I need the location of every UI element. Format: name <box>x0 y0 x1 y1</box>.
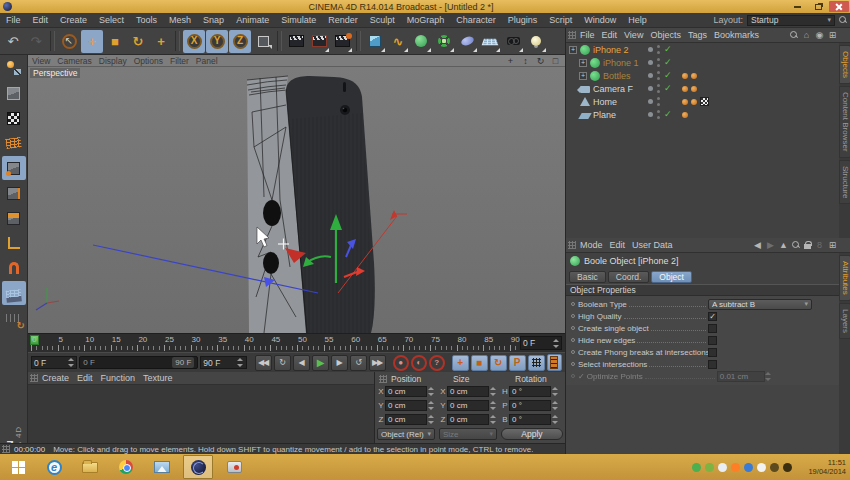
menu-simulate[interactable]: Simulate <box>275 15 322 25</box>
side-tab-layers[interactable]: Layers <box>839 303 850 339</box>
tag-icon[interactable] <box>691 73 697 79</box>
last-tool-button[interactable]: + <box>150 30 172 53</box>
add-environment-button[interactable] <box>479 30 501 53</box>
lock-icon[interactable] <box>804 241 811 249</box>
toggle-views-icon[interactable]: □ <box>550 56 561 66</box>
key-rotation-button[interactable]: ↻ <box>490 355 507 371</box>
material-menu-texture[interactable]: Texture <box>143 373 181 383</box>
key-position-button[interactable]: + <box>452 355 469 371</box>
property-checkbox[interactable] <box>708 336 717 345</box>
object-menu-tags[interactable]: Tags <box>688 30 714 40</box>
anim-dot-icon[interactable] <box>571 338 575 342</box>
screenshot-tool-icon[interactable] <box>219 455 249 479</box>
timeline-window-button[interactable] <box>547 354 562 371</box>
layer-color-dot[interactable] <box>648 73 653 78</box>
visibility-toggles-icon[interactable] <box>657 45 660 54</box>
anim-dot-icon[interactable] <box>571 374 575 378</box>
property-dropdown[interactable]: A subtract B▾ <box>708 299 812 310</box>
layer-color-dot[interactable] <box>648 60 653 65</box>
menu-render[interactable]: Render <box>322 15 364 25</box>
search-icon[interactable] <box>792 241 800 249</box>
workplane-mode-button[interactable] <box>2 131 26 155</box>
sync-icon[interactable] <box>705 463 714 472</box>
object-menu-objects[interactable]: Objects <box>650 30 688 40</box>
coord-field[interactable]: 0 cm <box>447 400 489 411</box>
menu-window[interactable]: Window <box>578 15 622 25</box>
coord-field[interactable]: 0 cm <box>385 386 427 397</box>
eye-icon[interactable]: ◉ <box>815 30 824 40</box>
frame-range-slider[interactable]: 0 F 90 F <box>79 356 198 369</box>
scale-tool-button[interactable]: ■ <box>104 30 126 53</box>
tag-icon[interactable] <box>691 99 697 105</box>
texture-mode-button[interactable] <box>2 106 26 130</box>
search-icon[interactable] <box>839 16 847 24</box>
goto-end-button[interactable]: ▶▶ <box>369 355 386 371</box>
stepper-icon[interactable] <box>427 401 434 410</box>
object-menu-bookmarks[interactable]: Bookmarks <box>714 30 766 40</box>
rotate-view-icon[interactable]: ↻ <box>535 56 546 66</box>
viewport-menu-panel[interactable]: Panel <box>196 56 225 66</box>
property-checkbox[interactable] <box>708 324 717 333</box>
goto-start-button[interactable]: ◀◀ <box>255 355 272 371</box>
key-parameter-button[interactable]: P <box>509 355 526 371</box>
tab-basic[interactable]: Basic <box>569 271 606 283</box>
stepper-icon[interactable] <box>551 415 558 424</box>
file-explorer-icon[interactable] <box>75 455 105 479</box>
add-panel-icon[interactable]: ⊞ <box>828 30 837 40</box>
stepper-icon[interactable] <box>551 387 558 396</box>
menu-sculpt[interactable]: Sculpt <box>364 15 401 25</box>
side-tab-structure[interactable]: Structure <box>839 160 850 204</box>
side-tab-content-browser[interactable]: Content Browser <box>839 86 850 158</box>
stepper-icon[interactable] <box>67 358 74 367</box>
drag-handle-icon[interactable] <box>30 374 38 382</box>
add-deformer-button[interactable] <box>456 30 478 53</box>
anim-dot-icon[interactable] <box>571 350 575 354</box>
attribute-menu-user-data[interactable]: User Data <box>632 240 680 250</box>
zoom-view-icon[interactable]: ↕ <box>520 56 531 66</box>
redo-button[interactable]: ↷ <box>25 30 47 53</box>
material-menu-edit[interactable]: Edit <box>77 373 101 383</box>
menu-plugins[interactable]: Plugins <box>502 15 544 25</box>
polygons-mode-button[interactable] <box>2 206 26 230</box>
visibility-toggles-icon[interactable] <box>657 58 660 67</box>
network-globe-icon[interactable] <box>744 463 753 472</box>
drag-handle-icon[interactable] <box>379 375 387 383</box>
lock-y-axis-button[interactable]: Y <box>206 30 228 53</box>
attribute-menu-mode[interactable]: Mode <box>580 240 610 250</box>
enable-check-icon[interactable]: ✓ <box>664 58 673 67</box>
snap-button[interactable] <box>2 256 26 280</box>
stepper-icon[interactable] <box>765 372 772 381</box>
menu-animate[interactable]: Animate <box>230 15 275 25</box>
object-row-bottles[interactable]: +Bottles✓ <box>566 69 850 82</box>
layout-select[interactable]: Startup ▾ <box>747 15 835 26</box>
plane-rotate-button[interactable] <box>2 306 26 330</box>
viewport-menu-display[interactable]: Display <box>99 56 134 66</box>
cinema4d-taskbar-icon[interactable] <box>183 455 213 479</box>
anim-dot-icon[interactable] <box>571 362 575 366</box>
internet-explorer-icon[interactable]: e <box>39 455 69 479</box>
antivirus-icon[interactable] <box>731 463 740 472</box>
lock-z-axis-button[interactable]: Z <box>229 30 251 53</box>
visibility-toggles-icon[interactable] <box>657 71 660 80</box>
layer-color-dot[interactable] <box>648 47 653 52</box>
photo-viewer-icon[interactable] <box>147 455 177 479</box>
viewport-menu-options[interactable]: Options <box>134 56 170 66</box>
stepper-icon[interactable] <box>552 339 559 348</box>
viewport[interactable]: Perspective <box>28 67 565 333</box>
render-view-button[interactable] <box>285 30 307 53</box>
menu-select[interactable]: Select <box>93 15 130 25</box>
stepper-icon[interactable] <box>551 401 558 410</box>
start-frame-field[interactable]: 0 F <box>31 356 77 369</box>
menu-character[interactable]: Character <box>450 15 502 25</box>
autokeying-button[interactable]: ◐ <box>411 355 427 371</box>
expand-icon[interactable]: + <box>569 46 577 54</box>
material-menu-function[interactable]: Function <box>101 373 144 383</box>
timeline-ruler[interactable]: 051015202530354045505560657075808590 0 F <box>28 333 565 352</box>
search-icon[interactable] <box>790 31 798 39</box>
layer-color-dot[interactable] <box>648 86 653 91</box>
side-tab-attributes[interactable]: Attributes <box>839 255 850 301</box>
add-modifier-button[interactable] <box>433 30 455 53</box>
property-checkbox[interactable]: ✓ <box>708 312 717 321</box>
volume-icon[interactable] <box>783 463 792 472</box>
viewport-menu-view[interactable]: View <box>32 56 57 66</box>
